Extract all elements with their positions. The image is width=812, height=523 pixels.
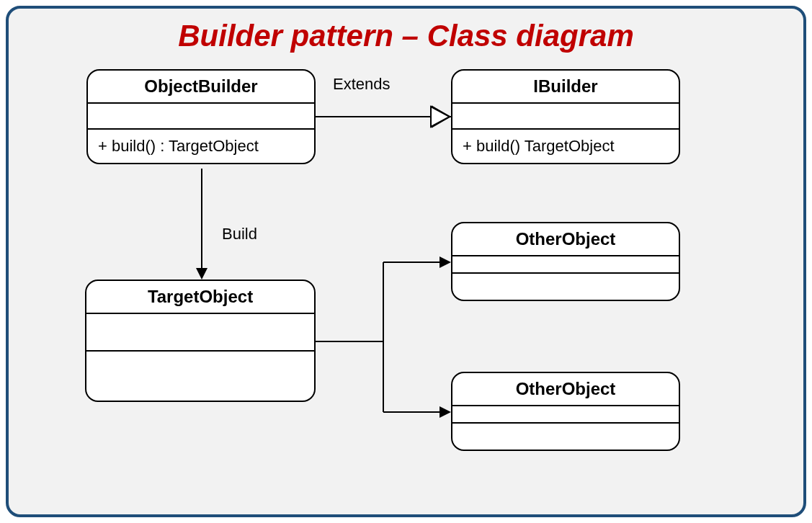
class-targetobject: TargetObject [85, 280, 316, 402]
edge-label-build: Build [222, 225, 257, 243]
class-attrs [86, 314, 314, 352]
class-name: OtherObject [452, 373, 679, 406]
class-ops: + build() : TargetObject [88, 130, 314, 163]
svg-marker-4 [196, 268, 208, 280]
class-otherobject-1: OtherObject [451, 222, 680, 301]
edge-label-extends: Extends [333, 75, 391, 94]
class-name: ObjectBuilder [88, 71, 314, 104]
class-attrs [452, 406, 679, 424]
class-objectbuilder: ObjectBuilder + build() : TargetObject [86, 69, 316, 164]
class-name: TargetObject [86, 281, 314, 314]
svg-marker-10 [440, 406, 451, 418]
class-name: OtherObject [452, 223, 679, 256]
class-otherobject-2: OtherObject [451, 372, 680, 451]
diagram-title: Builder pattern – Class diagram [9, 19, 803, 53]
class-ops [452, 424, 679, 441]
class-ops: + build() TargetObject [452, 130, 679, 163]
svg-marker-8 [440, 256, 451, 268]
svg-marker-1 [432, 107, 450, 127]
diagram-frame: Builder pattern – Class diagram ObjectBu… [6, 6, 806, 517]
class-ops [86, 352, 314, 389]
svg-marker-2 [431, 107, 450, 127]
class-attrs [88, 104, 314, 130]
class-ibuilder: IBuilder + build() TargetObject [451, 69, 680, 164]
class-attrs [452, 256, 679, 274]
class-name: IBuilder [452, 71, 679, 104]
class-attrs [452, 104, 679, 130]
class-ops [452, 274, 679, 291]
